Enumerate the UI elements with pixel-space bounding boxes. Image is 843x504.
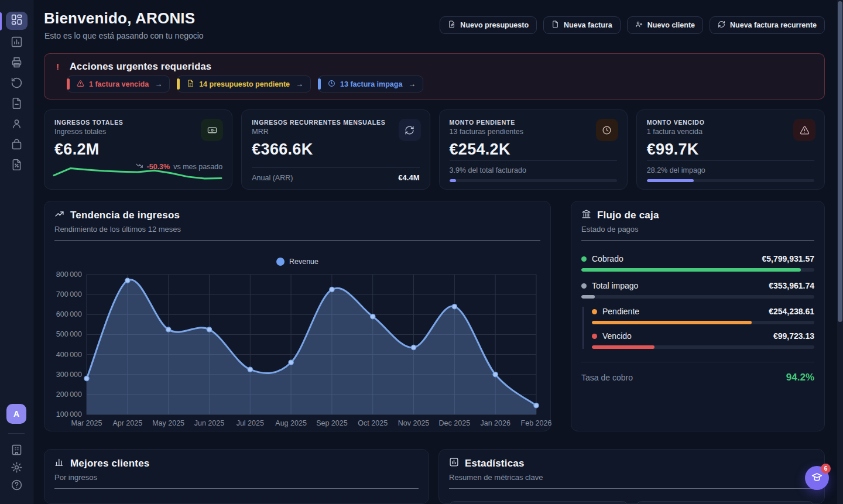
arrow-right-icon: → [296, 80, 303, 88]
svg-text:Dec 2025: Dec 2025 [439, 419, 471, 427]
scrollbar-track[interactable] [837, 0, 843, 504]
unpaid-breakdown: Pendiente €254,238.61 Vencido €99,723.13 [582, 307, 814, 349]
new-quote-button[interactable]: Nuevo presupuesto [440, 16, 537, 34]
cash-value: €5,799,931.57 [762, 254, 814, 263]
svg-text:Sep 2025: Sep 2025 [316, 419, 348, 427]
stat-sublabel: Ingresos totales [54, 128, 222, 136]
svg-text:Oct 2025: Oct 2025 [358, 419, 388, 427]
scrollbar-thumb[interactable] [838, 1, 842, 322]
divider [581, 240, 814, 241]
sidebar-item-settings[interactable] [6, 461, 28, 475]
sidebar-item-credit-notes[interactable] [6, 159, 28, 173]
shopping-bag-icon [11, 138, 23, 153]
collection-rate-label: Tasa de cobro [581, 373, 633, 382]
arrow-right-icon: → [155, 80, 162, 88]
stat-sublabel: 1 factura vencida [647, 128, 814, 136]
sidebar-item-clients[interactable] [6, 118, 28, 132]
overdue-invoice-chip[interactable]: 1 factura vencida → [67, 76, 170, 92]
unpaid-invoices-chip[interactable]: 13 factura impaga → [318, 76, 423, 92]
new-client-button[interactable]: Nuevo cliente [627, 16, 703, 34]
overdue-amount-card: MONTO VENCIDO 1 factura vencida €99.7K 2… [636, 109, 825, 190]
collection-rate-value: 94.2% [786, 372, 814, 383]
user-icon [11, 118, 23, 132]
help-academy-fab[interactable]: 6 [805, 466, 829, 490]
cash-row-collected: Cobrado €5,799,931.57 [581, 254, 814, 263]
svg-text:400 000: 400 000 [56, 351, 82, 359]
bar-fill-pending [592, 321, 752, 324]
sidebar-item-invoices[interactable] [6, 97, 28, 112]
graduation-cap-icon [811, 471, 823, 485]
bar-fill-unpaid [581, 295, 595, 299]
cashflow-panel: Flujo de caja Estado de pagos Cobrado €5… [571, 201, 825, 431]
cash-value: €353,961.74 [769, 281, 814, 290]
cash-label: Pendiente [602, 307, 639, 316]
svg-text:100 000: 100 000 [56, 410, 82, 419]
trending-up-icon [54, 209, 64, 222]
stat-cards: INGRESOS TOTALES Ingresos totales €6.2M … [44, 109, 825, 190]
sidebar-item-company[interactable] [6, 444, 28, 458]
sidebar-item-products[interactable] [6, 138, 28, 153]
bank-icon [581, 209, 591, 222]
layout-dashboard-icon [11, 13, 23, 28]
clock-icon [328, 80, 335, 89]
chart-square-icon [449, 457, 459, 470]
svg-text:800 000: 800 000 [56, 270, 82, 279]
chip-label: 13 factura impaga [340, 80, 402, 88]
user-plus-icon [635, 20, 643, 30]
cash-value: €99,723.13 [773, 331, 814, 341]
new-recurring-invoice-button[interactable]: Nueva factura recurrente [710, 16, 825, 34]
cash-row-overdue: Vencido €99,723.13 [592, 331, 814, 341]
page-subtitle: Esto es lo que está pasando con tu negoc… [44, 31, 204, 40]
avatar[interactable]: A [6, 404, 26, 424]
page-title: Bienvenido, ARONIS [44, 9, 195, 28]
stat-label: MONTO VENCIDO [647, 119, 814, 126]
footer-label: 3.9% del total facturado [450, 166, 526, 174]
bar-fill-overdue [592, 345, 654, 349]
sidebar-item-analytics[interactable] [6, 36, 28, 50]
bar-track [592, 321, 814, 324]
panel-subtitle: Por ingresos [54, 473, 419, 482]
sidebar-item-history[interactable] [6, 77, 28, 91]
svg-text:Aug 2025: Aug 2025 [275, 419, 307, 427]
cash-row-unpaid: Total impago €353,961.74 [581, 281, 814, 290]
bar-track [581, 268, 814, 272]
button-label: Nuevo presupuesto [460, 21, 529, 29]
banner-title: Acciones urgentes requeridas [70, 61, 211, 72]
header-actions: Nuevo presupuesto Nueva factura Nuevo cl… [440, 16, 825, 34]
file-icon [551, 20, 559, 30]
notification-badge: 6 [821, 464, 831, 474]
legend-revenue[interactable]: Revenue [44, 258, 550, 266]
stat-sublabel: MRR [252, 128, 419, 136]
svg-text:Mar 2025: Mar 2025 [71, 419, 102, 427]
alert-triangle-icon [77, 80, 84, 89]
panel-title: Estadísticas [465, 458, 525, 469]
status-dot [581, 256, 587, 262]
status-dot [581, 283, 587, 289]
sidebar-item-help[interactable] [6, 479, 28, 493]
progress-fill [647, 179, 694, 182]
revenue-trend-panel: Tendencia de ingresos Rendimiento de los… [44, 201, 551, 431]
exclamation-icon: ! [56, 61, 59, 71]
bar-track [581, 295, 814, 299]
new-invoice-button[interactable]: Nueva factura [543, 16, 621, 34]
cash-row-pending: Pendiente €254,238.61 [592, 307, 814, 316]
sidebar-divider [8, 433, 25, 434]
sidebar-item-dashboard[interactable] [6, 12, 28, 30]
total-revenue-card: INGRESOS TOTALES Ingresos totales €6.2M … [44, 109, 232, 190]
footer-label: 28.2% del impago [647, 166, 705, 174]
status-dot [592, 334, 597, 339]
chip-accent [177, 78, 180, 90]
svg-text:Feb 2026: Feb 2026 [521, 419, 551, 427]
revenue-sparkline [53, 157, 222, 184]
gear-icon [11, 461, 23, 476]
panel-subtitle: Resumen de métricas clave [449, 473, 814, 482]
stat-value: €366.6K [252, 140, 419, 159]
help-circle-icon [11, 479, 23, 493]
pending-quotes-chip[interactable]: 14 presupuesto pendiente → [177, 76, 311, 92]
divider [54, 240, 540, 241]
svg-text:May 2025: May 2025 [152, 419, 184, 427]
sidebar-item-receipts[interactable] [6, 56, 28, 71]
svg-text:Jan 2026: Jan 2026 [480, 419, 510, 427]
svg-text:Jun 2025: Jun 2025 [194, 419, 224, 427]
button-label: Nueva factura [564, 21, 612, 29]
